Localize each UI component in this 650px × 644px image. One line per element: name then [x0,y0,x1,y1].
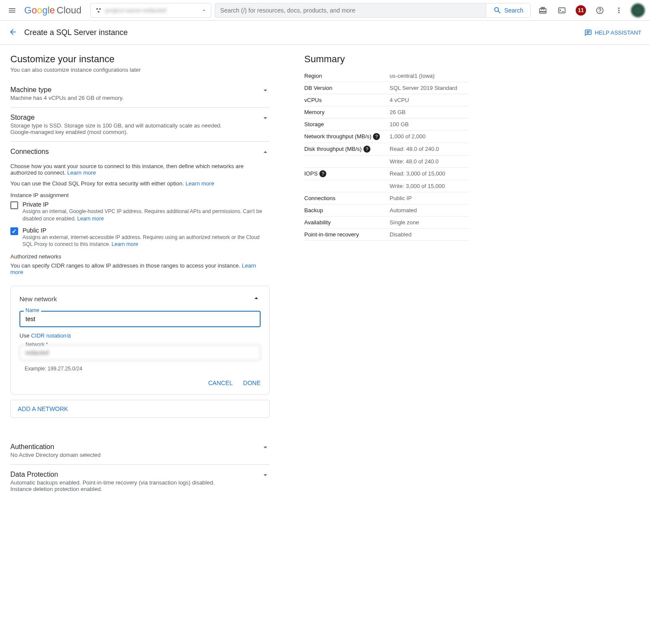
summary-row: Point-in-time recoveryDisabled [304,229,468,241]
network-example-hint: Example: 199.27.25.0/24 [25,366,261,372]
more-icon[interactable] [610,2,628,19]
account-avatar[interactable] [629,2,647,19]
summary-row: Storage100 GB [304,118,468,131]
chevron-up-icon [261,148,270,158]
customize-sub: You can also customize instance configur… [10,67,270,73]
connections-section: Connections Choose how you want your sou… [10,142,270,424]
google-cloud-logo[interactable]: Google Cloud [24,5,82,16]
chevron-down-icon [261,471,270,481]
chevron-down-icon [261,114,270,124]
summary-row: vCPUs4 vCPU [304,94,468,106]
data-protection-section: Data Protection Automatic backups enable… [10,465,270,498]
summary-table: Regionus-central1 (Iowa)DB VersionSQL Se… [304,70,468,241]
learn-more-link[interactable]: Learn more [185,180,214,187]
title-bar: Create a SQL Server instance HELP ASSIST… [0,21,650,45]
search-box: Search [215,3,531,18]
done-button[interactable]: DONE [243,379,261,386]
summary-row: Network throughput (MB/s)?1,000 of 2,000 [304,131,468,143]
machine-type-section: Machine type Machine has 4 vCPUs and 26 … [10,80,270,108]
back-arrow-icon[interactable] [9,28,17,38]
summary-row: AvailabilitySingle zone [304,217,468,229]
new-network-card: New network Name Use CIDR notation⧉ Netw… [10,286,270,395]
chevron-up-icon[interactable] [252,294,261,304]
menu-icon[interactable] [3,2,21,19]
summary-row: Write: 3,000 of 15,000 [304,180,468,192]
private-ip-checkbox[interactable] [10,201,18,209]
authentication-section: Authentication No Active Directory domai… [10,437,270,465]
gift-icon[interactable] [534,2,551,19]
help-icon[interactable]: ? [373,133,380,140]
svg-point-2 [98,11,99,13]
page-title: Create a SQL Server instance [24,28,127,37]
storage-section: Storage Storage type is SSD. Storage siz… [10,108,270,142]
machine-type-toggle[interactable]: Machine type Machine has 4 vCPUs and 26 … [10,86,270,101]
cidr-notation-link[interactable]: CIDR notation⧉ [31,332,71,339]
svg-point-1 [99,8,101,10]
data-protection-toggle[interactable]: Data Protection Automatic backups enable… [10,471,270,492]
external-link-icon: ⧉ [67,333,71,339]
learn-more-link[interactable]: Learn more [77,216,104,222]
learn-more-link[interactable]: Learn more [112,241,138,247]
dropdown-icon [201,8,207,13]
summary-row: BackupAutomated [304,204,468,217]
summary-row: ConnectionsPublic IP [304,192,468,204]
summary-title: Summary [304,54,468,65]
project-picker[interactable]: project-name-redacted [90,3,211,18]
network-name-input[interactable] [19,311,261,327]
summary-row: Disk throughput (MB/s)?Read: 48.0 of 240… [304,143,468,156]
notifications-icon[interactable]: 11 [572,2,589,19]
cancel-button[interactable]: CANCEL [208,379,233,386]
chevron-down-icon [261,86,270,96]
new-network-title: New network [19,295,57,303]
cloud-shell-icon[interactable] [553,2,570,19]
connections-toggle[interactable]: Connections [10,148,270,158]
chevron-down-icon [261,443,270,453]
storage-toggle[interactable]: Storage Storage type is SSD. Storage siz… [10,114,270,135]
help-icon[interactable] [591,2,609,19]
network-cidr-input[interactable] [19,345,261,360]
summary-row: Memory26 GB [304,106,468,118]
chat-icon [584,29,592,37]
add-network-button[interactable]: ADD A NETWORK [10,400,270,418]
top-bar: Google Cloud project-name-redacted Searc… [0,0,650,21]
search-input[interactable] [215,7,486,14]
help-assistant-button[interactable]: HELP ASSISTANT [584,29,641,37]
search-icon [493,6,502,15]
learn-more-link[interactable]: Learn more [67,169,96,176]
help-icon[interactable]: ? [363,146,370,153]
authentication-toggle[interactable]: Authentication No Active Directory domai… [10,443,270,458]
authorized-networks-label: Authorized networks [10,253,270,260]
summary-row: Regionus-central1 (Iowa) [304,70,468,82]
customize-header: Customize your instance [10,54,270,65]
summary-row: Write: 48.0 of 240.0 [304,156,468,168]
summary-row: IOPS?Read: 3,000 of 15,000 [304,168,468,180]
ip-assignment-label: Instance IP assignment [10,192,270,198]
search-button[interactable]: Search [486,3,530,17]
svg-point-0 [96,8,98,10]
public-ip-checkbox[interactable] [10,227,18,235]
summary-row: DB VersionSQL Server 2019 Standard [304,82,468,94]
help-icon[interactable]: ? [319,170,326,177]
